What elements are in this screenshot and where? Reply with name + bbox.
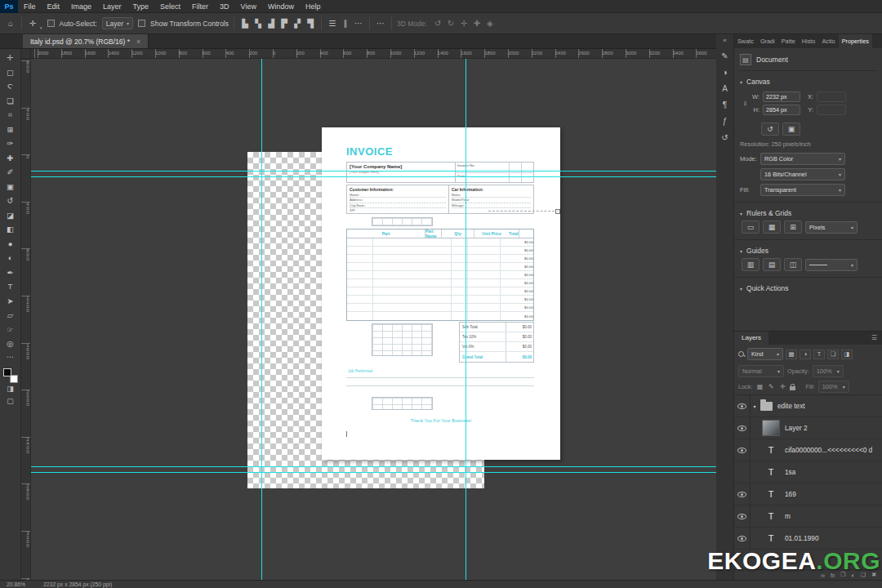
link-dimensions-icon[interactable]: ∞ [742, 99, 749, 109]
shape-tool[interactable]: ▱ [2, 308, 20, 323]
brushes-panel-icon[interactable]: ✎ [721, 51, 728, 60]
eraser-tool[interactable]: ◪ [2, 208, 20, 223]
paragraph-panel-icon[interactable]: ¶ [723, 100, 727, 109]
3d-rotate-icon[interactable]: ↺ [432, 19, 443, 28]
panel-tab[interactable]: Gradi [757, 34, 778, 48]
blur-tool[interactable]: ● [2, 237, 20, 252]
trim-canvas-icon[interactable]: ▣ [782, 122, 800, 136]
move-tool[interactable]: ✛ [2, 51, 20, 65]
quick-mask-button[interactable]: ◨ [2, 383, 20, 395]
width-field[interactable]: 2232 px [763, 91, 800, 102]
edit-toolbar-icon[interactable]: ⋯ [2, 351, 20, 363]
lasso-tool[interactable]: Ϛ [2, 79, 20, 94]
show-transform-controls-checkbox[interactable] [138, 20, 145, 27]
expand-panels-icon[interactable]: « [723, 37, 726, 44]
marquee-tool[interactable]: ▢ [2, 65, 20, 80]
layer-row[interactable]: edite text [734, 395, 882, 417]
opacity-dropdown[interactable]: 100% ▾ [813, 365, 844, 377]
menu-item[interactable]: File [18, 2, 42, 11]
rotate-canvas-icon[interactable]: ↺ [761, 122, 779, 136]
panel-tab[interactable]: Patte [778, 34, 799, 48]
document-viewport[interactable]: INVOICE [Your Company Name] [Your Slogan… [31, 59, 716, 580]
home-icon[interactable]: ⌂ [5, 19, 16, 28]
layer-visibility-toggle[interactable] [734, 417, 751, 439]
layer-row[interactable]: cifa0000000...<<<<<<<<<0 d [734, 439, 882, 461]
3d-drag-icon[interactable]: ✛ [458, 19, 470, 28]
align-bottom-icon[interactable]: ▜ [305, 19, 316, 28]
screen-mode-button[interactable]: ▢ [2, 395, 20, 408]
distribute-vertical-icon[interactable]: ☰ [327, 19, 338, 28]
menu-item[interactable]: Layer [97, 2, 127, 11]
type-tool[interactable]: T [2, 279, 20, 294]
align-right-icon[interactable]: ▟ [265, 19, 277, 28]
move-tool-icon[interactable]: ✛ [27, 19, 38, 28]
menu-item[interactable]: Image [65, 2, 97, 11]
fill-dropdown[interactable]: 100% ▾ [818, 381, 849, 393]
zoom-tool[interactable]: ◎ [2, 336, 20, 351]
layer-thumbnail[interactable] [762, 464, 780, 480]
snap-toggle-icon[interactable]: ⊞ [784, 220, 802, 234]
units-dropdown[interactable]: Pixels ▾ [805, 221, 858, 234]
filter-smart-objects-icon[interactable]: ◨ [841, 350, 853, 359]
layer-visibility-toggle[interactable] [734, 439, 751, 461]
horizontal-ruler[interactable]: 2000180016001400120010008006004002000200… [31, 49, 716, 59]
x-field[interactable] [817, 91, 846, 102]
document-page[interactable]: INVOICE [Your Company Name] [Your Slogan… [322, 127, 560, 460]
distribute-gaps-icon[interactable]: ⋯ [353, 19, 364, 28]
3d-slide-icon[interactable]: ✚ [471, 19, 483, 28]
menu-item[interactable]: Help [300, 2, 327, 11]
panel-menu-icon[interactable]: ☰ [871, 332, 882, 345]
panel-tab[interactable]: Histo [799, 34, 819, 48]
panel-tab[interactable]: Properties [839, 34, 872, 48]
align-center-h-icon[interactable]: ▚ [252, 19, 264, 28]
canvas-section-header[interactable]: ▾ Canvas [740, 78, 876, 86]
brush-tool[interactable]: ✐ [2, 165, 20, 180]
history-brush-tool[interactable]: ↺ [2, 194, 20, 208]
canvas-fill-dropdown[interactable]: Transparent ▾ [760, 184, 845, 196]
character-panel-icon[interactable]: A [722, 84, 728, 93]
panel-tab[interactable]: Swatc [734, 34, 757, 48]
lock-guides-icon[interactable]: ▤ [763, 258, 781, 271]
layer-visibility-toggle[interactable] [734, 528, 751, 549]
grid-toggle-icon[interactable]: ▦ [763, 220, 781, 234]
path-selection-tool[interactable]: ➤ [2, 294, 20, 309]
layer-thumbnail[interactable] [762, 420, 780, 436]
rulers-grids-section-header[interactable]: ▾ Rulers & Grids [740, 209, 876, 217]
vertical-ruler[interactable]: 8004000400800120016002000240028003200360… [21, 59, 31, 580]
align-middle-icon[interactable]: ▞ [292, 19, 303, 28]
layer-row[interactable]: 01.01.1990 [734, 528, 882, 550]
lock-all-icon[interactable] [790, 386, 795, 390]
dodge-tool[interactable]: ◐ [2, 251, 20, 265]
filter-pixel-layers-icon[interactable]: ▦ [786, 350, 797, 359]
layer-thumbnail[interactable] [762, 508, 780, 524]
lock-pixels-icon[interactable]: ✎ [767, 383, 775, 390]
object-selection-tool[interactable]: ❏ [2, 94, 20, 109]
pen-tool[interactable]: ✒ [2, 265, 20, 280]
bit-depth-dropdown[interactable]: 16 Bits/Channel ▾ [760, 168, 845, 180]
history-panel-icon[interactable]: ↺ [721, 133, 728, 142]
lock-position-icon[interactable]: ✛ [778, 383, 786, 390]
gradient-tool[interactable]: ◧ [2, 222, 20, 237]
panel-tab[interactable]: Actio [818, 34, 838, 48]
layer-visibility-toggle[interactable] [734, 506, 751, 527]
new-guide-layout-icon[interactable]: ▥ [742, 258, 760, 271]
close-icon[interactable]: × [136, 38, 140, 46]
align-left-icon[interactable]: ▙ [239, 19, 251, 28]
menu-item[interactable]: Filter [186, 2, 214, 11]
height-field[interactable]: 2854 px [763, 105, 800, 115]
group-caret-icon[interactable] [751, 403, 759, 409]
filter-type-layers-icon[interactable]: T [813, 350, 825, 359]
y-field[interactable] [817, 105, 846, 115]
eyedropper-tool[interactable]: ✑ [2, 136, 20, 151]
foreground-color-swatch[interactable] [3, 368, 11, 376]
guides-section-header[interactable]: ▾ Guides [740, 247, 876, 255]
auto-select-target-dropdown[interactable]: Layer ▾ [102, 17, 133, 29]
blend-mode-dropdown[interactable]: Normal ▾ [738, 365, 784, 377]
auto-select-checkbox[interactable] [47, 20, 55, 27]
clone-stamp-tool[interactable]: ▣ [2, 180, 20, 194]
filter-kind-dropdown[interactable]: Kind ▾ [747, 348, 783, 360]
quick-actions-section-header[interactable]: ▾ Quick Actions [740, 284, 876, 292]
glyphs-panel-icon[interactable]: ƒ [723, 117, 728, 126]
tool-preset-caret-icon[interactable]: ▾ [40, 25, 42, 33]
align-top-icon[interactable]: ▛ [278, 19, 290, 28]
